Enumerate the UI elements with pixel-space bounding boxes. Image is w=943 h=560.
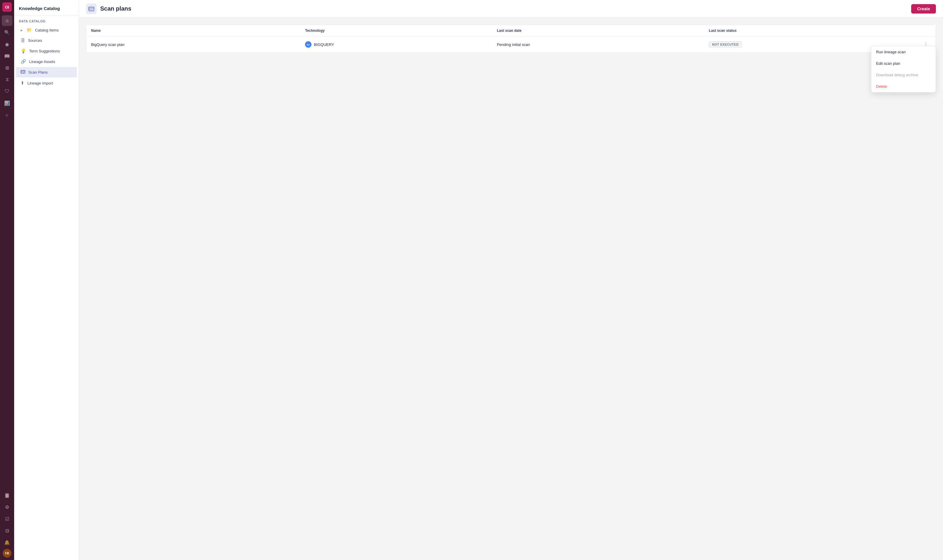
svg-rect-4: [89, 7, 94, 11]
nav-bell[interactable]: 🔔: [2, 537, 12, 548]
menu-item-delete[interactable]: Delete: [871, 81, 935, 92]
status-badge: NOT EXECUTED: [709, 42, 742, 48]
nav-book[interactable]: 📖: [2, 51, 12, 61]
table-header-row: Name Technology Last scan date Last scan…: [86, 25, 935, 37]
scan-plans-icon: [21, 69, 25, 75]
page-icon: [86, 3, 97, 14]
sidebar-label-lineage-assets: Lineage Assets: [29, 60, 55, 64]
col-technology: Technology: [300, 25, 492, 37]
sidebar-label-lineage-import: Lineage Import: [28, 81, 53, 85]
table-body: BigQuery scan plan BQ BIGQUERY: [86, 37, 935, 53]
page-title: Scan plans: [100, 5, 131, 12]
col-actions: [916, 25, 935, 37]
svg-text:BQ: BQ: [307, 44, 310, 46]
main-area: Scan plans Create Name Technology Last s…: [79, 0, 943, 560]
icon-bar: OI ⌂ 🔍 ◉ 📖 ⊞ ⧖ 🛡 📊 ⌕ 📋 ⚙ ☑ ⊟ 🔔 FB: [0, 0, 14, 560]
lineage-import-icon: ⬆: [21, 80, 25, 86]
svg-point-6: [90, 9, 91, 10]
header-left: Scan plans: [86, 3, 131, 14]
sidebar-item-term-suggestions[interactable]: 💡 Term Suggestions: [16, 46, 77, 56]
app-logo[interactable]: OI: [2, 2, 12, 12]
context-menu: Run lineage scan Edit scan plan Download…: [871, 46, 936, 92]
term-suggestions-icon: 💡: [21, 48, 26, 54]
svg-rect-0: [21, 70, 25, 73]
sidebar-label-scan-plans: Scan Plans: [28, 70, 48, 74]
nav-home[interactable]: ⌂: [2, 15, 12, 26]
tech-label: BIGQUERY: [314, 42, 334, 47]
cell-last-scan-date: Pending initial scan: [492, 37, 704, 53]
tech-cell: BQ BIGQUERY: [305, 41, 488, 48]
sidebar-title: Knowledge Catalog: [14, 0, 79, 16]
table: Name Technology Last scan date Last scan…: [86, 25, 935, 52]
create-button[interactable]: Create: [911, 4, 936, 14]
sidebar-item-sources[interactable]: 🗄 Sources: [16, 35, 77, 45]
sidebar-item-scan-plans[interactable]: Scan Plans: [16, 67, 77, 77]
nav-settings[interactable]: ⚙: [2, 502, 12, 512]
col-name: Name: [86, 25, 300, 37]
nav-grid[interactable]: ⊞: [2, 62, 12, 73]
nav-check[interactable]: ☑: [2, 514, 12, 524]
lineage-assets-icon: 🔗: [21, 59, 26, 64]
sidebar-label-catalog-items: Catalog Items: [35, 28, 59, 32]
scan-plans-table: Name Technology Last scan date Last scan…: [86, 25, 936, 53]
table-row: BigQuery scan plan BQ BIGQUERY: [86, 37, 935, 53]
cell-technology: BQ BIGQUERY: [300, 37, 492, 53]
sidebar-section-label: Data Catalog: [14, 16, 79, 25]
sidebar-item-lineage-import[interactable]: ⬆ Lineage Import: [16, 78, 77, 88]
nav-shield[interactable]: 🛡: [2, 86, 12, 97]
sidebar-item-catalog-items[interactable]: ▶ 📁 Catalog Items: [16, 25, 77, 35]
main-content: Name Technology Last scan date Last scan…: [79, 18, 943, 560]
nav-search[interactable]: 🔍: [2, 27, 12, 38]
main-header: Scan plans Create: [79, 0, 943, 18]
expand-icon: ▶: [21, 29, 23, 32]
nav-analytics[interactable]: ⧖: [2, 74, 12, 85]
sidebar-item-lineage-assets[interactable]: 🔗 Lineage Assets: [16, 57, 77, 66]
bigquery-icon: BQ: [305, 41, 312, 48]
user-avatar[interactable]: FB: [3, 549, 11, 558]
nav-report[interactable]: 📋: [2, 490, 12, 500]
col-last-scan-status: Last scan status: [704, 25, 916, 37]
sidebar-label-term-suggestions: Term Suggestions: [29, 49, 60, 53]
sources-icon: 🗄: [21, 38, 25, 43]
svg-point-2: [22, 72, 22, 73]
nav-globe[interactable]: ◉: [2, 39, 12, 49]
icon-bar-bottom: 📋 ⚙ ☑ ⊟ 🔔 FB: [2, 490, 12, 558]
nav-barchart[interactable]: 📊: [2, 98, 12, 108]
menu-item-run-lineage-scan[interactable]: Run lineage scan: [871, 46, 935, 58]
catalog-items-icon: 📁: [26, 28, 32, 33]
cell-name: BigQuery scan plan: [86, 37, 300, 53]
nav-search2[interactable]: ⌕: [2, 109, 12, 120]
col-last-scan-date: Last scan date: [492, 25, 704, 37]
nav-grid2[interactable]: ⊟: [2, 525, 12, 536]
sidebar: Knowledge Catalog Data Catalog ▶ 📁 Catal…: [14, 0, 79, 560]
menu-item-edit-scan-plan[interactable]: Edit scan plan: [871, 58, 935, 69]
sidebar-label-sources: Sources: [28, 38, 42, 43]
table-head: Name Technology Last scan date Last scan…: [86, 25, 935, 37]
menu-item-download-debug: Download debug archive: [871, 69, 935, 81]
